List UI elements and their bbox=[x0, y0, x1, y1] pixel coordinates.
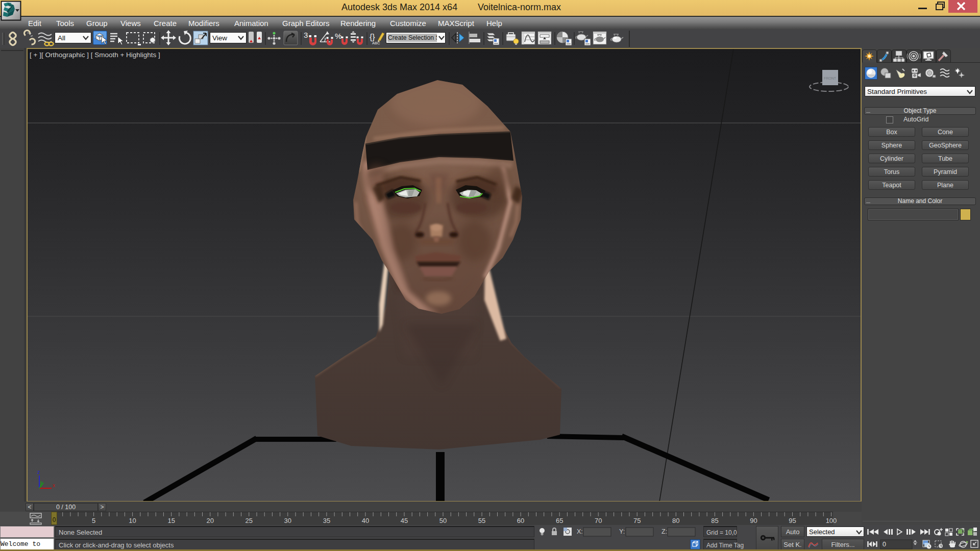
svg-text:20: 20 bbox=[206, 517, 213, 524]
svg-text:View: View bbox=[212, 34, 227, 42]
svg-text:55: 55 bbox=[478, 517, 485, 524]
svg-text:0: 0 bbox=[883, 541, 886, 548]
svg-text:15: 15 bbox=[167, 517, 175, 524]
svg-text:Y:: Y: bbox=[619, 528, 625, 535]
svg-text:90: 90 bbox=[750, 517, 757, 524]
svg-text:75: 75 bbox=[633, 517, 641, 524]
svg-text:85: 85 bbox=[711, 517, 718, 524]
svg-text:45: 45 bbox=[401, 517, 408, 524]
svg-text:z: z bbox=[37, 469, 40, 475]
svg-text:%: % bbox=[335, 32, 341, 40]
svg-text:10: 10 bbox=[129, 517, 136, 524]
svg-text:3: 3 bbox=[304, 31, 308, 39]
svg-text:65: 65 bbox=[556, 517, 563, 524]
svg-text:70: 70 bbox=[595, 517, 602, 524]
svg-text:FRONT: FRONT bbox=[824, 77, 837, 80]
svg-text:35: 35 bbox=[323, 517, 330, 524]
svg-text:60: 60 bbox=[517, 517, 524, 524]
svg-text:95: 95 bbox=[789, 517, 796, 524]
svg-text:30: 30 bbox=[284, 517, 291, 524]
svg-text:Create Selection Se: Create Selection Se bbox=[388, 34, 444, 41]
svg-text:50: 50 bbox=[439, 517, 447, 524]
svg-text:ABC: ABC bbox=[372, 41, 380, 45]
svg-text:100: 100 bbox=[826, 517, 837, 524]
svg-text:40: 40 bbox=[362, 517, 369, 524]
svg-text:X:: X: bbox=[577, 528, 583, 535]
svg-text:Z:: Z: bbox=[662, 528, 667, 535]
svg-text:[ + ][ Orthographic ] [ Smooth: [ + ][ Orthographic ] [ Smooth + Highlig… bbox=[30, 51, 160, 59]
svg-text:{}: {} bbox=[370, 33, 375, 41]
svg-text:All: All bbox=[58, 34, 65, 42]
svg-text:25: 25 bbox=[246, 517, 253, 524]
svg-text:x: x bbox=[53, 483, 55, 488]
svg-text:5: 5 bbox=[92, 517, 95, 524]
svg-text:80: 80 bbox=[672, 517, 679, 524]
svg-text:y: y bbox=[40, 480, 42, 485]
